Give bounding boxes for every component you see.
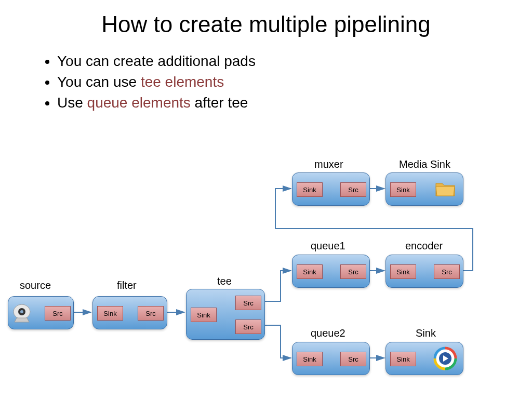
media-player-icon — [433, 346, 458, 371]
queue1-sink-pad: Sink — [297, 264, 323, 279]
queue1-node: Sink Src — [292, 255, 370, 288]
filter-sink-pad: Sink — [97, 306, 123, 321]
encoder-node: Sink Src — [385, 255, 463, 288]
mediasink-label: Media Sink — [399, 158, 450, 170]
filter-src-pad: Src — [138, 306, 164, 321]
svg-point-6 — [18, 308, 25, 315]
queue2-node: Sink Src — [292, 342, 370, 375]
source-node: Src — [8, 296, 74, 329]
sink-label: Sink — [416, 327, 436, 339]
queue1-label: queue1 — [311, 240, 345, 252]
webcam-icon — [11, 302, 36, 323]
bullet-1: You can create additional pads — [57, 53, 532, 70]
svg-point-7 — [20, 310, 23, 313]
source-src-pad: Src — [45, 306, 71, 321]
slide-title: How to create multiple pipelining — [0, 11, 532, 37]
queue2-src-pad: Src — [340, 352, 366, 366]
bullet-2: You can use tee elements — [57, 74, 532, 90]
sink-node: Sink — [385, 342, 463, 375]
muxer-label: muxer — [314, 158, 343, 170]
folder-icon — [435, 180, 456, 197]
tee-label: tee — [217, 275, 232, 287]
mediasink-node: Sink — [385, 172, 463, 206]
muxer-node: Sink Src — [292, 172, 370, 206]
bullet-3: Use queue elements after tee — [57, 95, 532, 111]
queue1-src-pad: Src — [340, 264, 366, 279]
source-label: source — [20, 280, 51, 291]
tee-node: Sink Src Src — [186, 289, 265, 340]
svg-point-9 — [439, 352, 451, 365]
filter-node: Sink Src — [92, 296, 167, 329]
sink-sink-pad: Sink — [390, 352, 416, 366]
muxer-sink-pad: Sink — [297, 182, 323, 197]
svg-point-8 — [434, 347, 457, 370]
svg-point-5 — [14, 304, 30, 319]
tee-sink-pad: Sink — [191, 308, 217, 322]
mediasink-sink-pad: Sink — [390, 182, 416, 197]
bullet-list: You can create additional pads You can u… — [36, 53, 532, 111]
encoder-src-pad: Src — [434, 264, 460, 279]
tee-src2-pad: Src — [235, 320, 261, 334]
encoder-label: encoder — [405, 240, 443, 252]
queue2-label: queue2 — [311, 327, 345, 339]
muxer-src-pad: Src — [340, 182, 366, 197]
queue2-sink-pad: Sink — [297, 352, 323, 366]
encoder-sink-pad: Sink — [390, 264, 416, 279]
tee-src1-pad: Src — [235, 296, 261, 310]
filter-label: filter — [117, 280, 137, 291]
